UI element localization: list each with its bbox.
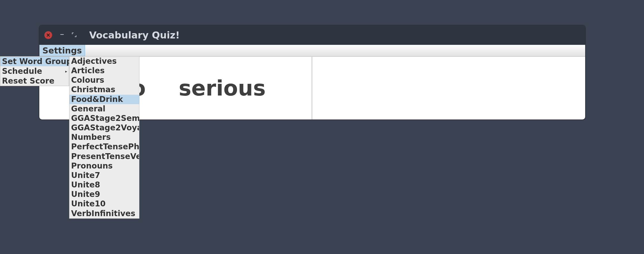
word-group-item-label: Colours <box>71 75 104 85</box>
word-group-item-label: Christmas <box>71 85 115 94</box>
word-group-item[interactable]: VerbInfinitives <box>69 209 139 218</box>
word-group-item-label: Unite9 <box>71 190 100 199</box>
word-group-item-label: GGAStage2Voyag <box>71 123 139 133</box>
word-group-item[interactable]: General <box>69 104 139 114</box>
word-group-item-label: General <box>71 104 105 114</box>
word-group-item-label: GGAStage2Semes <box>71 114 139 123</box>
word-group-item[interactable]: Christmas <box>69 85 139 94</box>
menu-item-label: Reset Score <box>2 76 54 86</box>
word-group-item[interactable]: Adjectives <box>69 57 139 66</box>
menubar: Settings <box>39 45 585 57</box>
submenu-arrow-icon: ▸ <box>65 69 67 74</box>
maximize-icon <box>72 33 76 37</box>
word-group-item-label: Unite8 <box>71 180 100 190</box>
word-group-item[interactable]: Articles <box>69 66 139 75</box>
settings-dropdown: Set Word Group ▸ Schedule ▸ Reset Score <box>0 56 69 86</box>
word-group-item-label: VerbInfinitives <box>71 209 135 218</box>
word-group-item-label: Food&Drink <box>71 95 123 104</box>
close-icon <box>46 33 50 37</box>
word-group-item-label: Numbers <box>71 133 111 142</box>
word-group-item-label: Articles <box>71 66 105 75</box>
word-group-item[interactable]: Numbers <box>69 133 139 142</box>
window-title: Vocabulary Quiz! <box>89 30 180 41</box>
menu-item-set-word-group[interactable]: Set Word Group ▸ <box>0 57 69 66</box>
menu-settings[interactable]: Settings <box>39 45 85 56</box>
word-group-item-label: Unite7 <box>71 171 100 180</box>
close-button[interactable] <box>44 31 52 39</box>
word-group-item[interactable]: Food&Drink <box>69 95 139 104</box>
minimize-button[interactable]: – <box>60 30 64 38</box>
word-group-item-label: PerfectTensePhra <box>71 142 139 152</box>
word-group-item-label: Unite10 <box>71 199 106 209</box>
word-group-item[interactable]: PerfectTensePhra <box>69 142 139 152</box>
menu-item-label: Schedule <box>2 67 42 76</box>
word-group-item[interactable]: GGAStage2Semes <box>69 114 139 123</box>
content-pane-right <box>312 57 585 119</box>
word-group-item[interactable]: Colours <box>69 75 139 85</box>
word-group-dropdown: AdjectivesArticlesColoursChristmasFood&D… <box>69 56 139 219</box>
word-group-item-label: Pronouns <box>71 161 113 171</box>
word-group-item[interactable]: GGAStage2Voyag <box>69 123 139 133</box>
word-group-item-label: Adjectives <box>71 57 117 66</box>
titlebar: – Vocabulary Quiz! <box>39 25 585 45</box>
menu-item-schedule[interactable]: Schedule ▸ <box>0 66 69 76</box>
menu-item-reset-score[interactable]: Reset Score <box>0 76 69 86</box>
word-group-item-label: PresentTenseVer <box>71 152 139 161</box>
right-word: serious <box>179 76 266 101</box>
word-group-item[interactable]: Unite10 <box>69 199 139 209</box>
word-group-item[interactable]: Unite7 <box>69 171 139 180</box>
word-group-item[interactable]: Pronouns <box>69 161 139 171</box>
maximize-button[interactable] <box>72 32 76 38</box>
word-group-item[interactable]: Unite8 <box>69 180 139 190</box>
menu-item-label: Set Word Group <box>2 57 72 66</box>
word-group-item[interactable]: PresentTenseVer <box>69 152 139 161</box>
word-group-item[interactable]: Unite9 <box>69 190 139 199</box>
